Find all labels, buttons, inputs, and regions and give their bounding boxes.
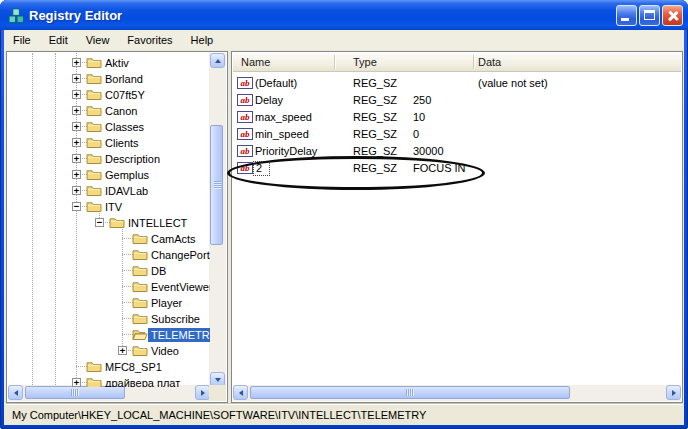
tree-item-subscribe[interactable]: Subscribe xyxy=(8,311,210,327)
value-name-focused[interactable]: 2 xyxy=(253,161,270,176)
tree-item-label[interactable]: DB xyxy=(148,264,169,278)
tree-item-label[interactable]: Canon xyxy=(102,104,140,118)
vertical-scroll-thumb[interactable] xyxy=(210,125,223,245)
value-row-2-circled[interactable]: ab 2 REG_SZ FOCUS IN xyxy=(233,160,681,177)
collapse-minus-icon[interactable]: − xyxy=(95,218,104,227)
tree-item-label[interactable]: EventViewer xyxy=(148,280,210,294)
tree-item-label[interactable]: C07ft5Y xyxy=(102,88,148,102)
registry-editor-app-icon xyxy=(8,7,25,24)
tree-item-clients[interactable]: + Clients xyxy=(8,135,210,151)
tree-item-c07ft5y[interactable]: + C07ft5Y xyxy=(8,87,210,103)
scroll-up-button[interactable] xyxy=(210,53,225,68)
value-row-prioritydelay[interactable]: ab PriorityDelay REG_SZ 30000 xyxy=(233,143,681,160)
tree-item-camacts[interactable]: CamActs xyxy=(8,231,210,247)
tree-item-label[interactable]: ITV xyxy=(102,200,125,214)
tree-item-player[interactable]: Player xyxy=(8,295,210,311)
tree-item-label[interactable]: MFC8_SP1 xyxy=(102,360,165,374)
scroll-left-button[interactable] xyxy=(8,385,23,400)
scroll-right-button[interactable] xyxy=(195,385,210,400)
tree-item-label[interactable]: IDAVLab xyxy=(102,184,151,198)
tree-item-label[interactable]: Player xyxy=(148,296,185,310)
tree-item-label[interactable]: Clients xyxy=(102,136,142,150)
title-bar[interactable]: Registry Editor xyxy=(0,0,688,30)
folder-icon xyxy=(132,312,148,325)
expand-plus-icon[interactable]: + xyxy=(72,186,81,195)
tree-item-label[interactable]: Borland xyxy=(102,72,146,86)
expand-plus-icon[interactable]: + xyxy=(72,74,81,83)
value-row-delay[interactable]: ab Delay REG_SZ 250 xyxy=(233,92,681,109)
tree-item-label[interactable]: Description xyxy=(102,152,163,166)
scroll-left-button[interactable] xyxy=(233,385,248,400)
tree-item-label-selected[interactable]: TELEMETRY xyxy=(148,328,210,342)
column-header-name[interactable]: Name xyxy=(241,56,270,68)
tree-item-canon[interactable]: + Canon xyxy=(8,103,210,119)
folder-icon xyxy=(86,360,102,373)
maximize-button[interactable] xyxy=(639,5,660,26)
tree-item-mfc8-sp1[interactable]: MFC8_SP1 xyxy=(8,359,210,375)
value-data: 0 xyxy=(413,128,419,140)
horizontal-scroll-thumb[interactable] xyxy=(250,386,570,399)
tree-item-changeport[interactable]: ChangePort xyxy=(8,247,210,263)
tree-item-label[interactable]: Aktiv xyxy=(102,56,132,70)
column-header-type[interactable]: Type xyxy=(353,56,377,68)
expand-plus-icon[interactable]: + xyxy=(72,58,81,67)
tree-item-idavlab[interactable]: + IDAVLab xyxy=(8,183,210,199)
expand-plus-icon[interactable]: + xyxy=(72,106,81,115)
expand-plus-icon[interactable]: + xyxy=(72,138,81,147)
tree-item-db[interactable]: DB xyxy=(8,263,210,279)
value-data: (value not set) xyxy=(478,77,548,89)
collapse-minus-icon[interactable]: − xyxy=(72,202,81,211)
expand-plus-icon[interactable]: + xyxy=(72,154,81,163)
tree-horizontal-scrollbar[interactable] xyxy=(8,385,210,401)
tree-item-aktiv[interactable]: + Aktiv xyxy=(8,55,210,71)
tree-item-description[interactable]: + Description xyxy=(8,151,210,167)
tree-item-intellect[interactable]: − INTELLECT xyxy=(8,215,210,231)
tree-vertical-scrollbar[interactable] xyxy=(209,53,226,387)
expand-plus-icon[interactable]: + xyxy=(118,346,127,355)
menu-view[interactable]: View xyxy=(77,31,119,49)
tree-item-gemplus[interactable]: + Gemplus xyxy=(8,167,210,183)
value-type: REG_SZ xyxy=(353,145,397,157)
list-horizontal-scrollbar[interactable] xyxy=(233,385,681,401)
horizontal-scroll-thumb[interactable] xyxy=(25,386,125,399)
tree-item-label[interactable]: INTELLECT xyxy=(125,216,190,230)
tree-item-label[interactable]: драйвера плат xyxy=(102,376,183,387)
scroll-right-button[interactable] xyxy=(666,385,681,400)
tree-item-video[interactable]: + Video xyxy=(8,343,210,359)
expand-plus-icon[interactable]: + xyxy=(72,122,81,131)
value-name[interactable]: max_speed xyxy=(255,111,312,123)
value-row-default[interactable]: ab (Default) REG_SZ (value not set) xyxy=(233,75,681,92)
menu-edit[interactable]: Edit xyxy=(40,31,77,49)
tree-item-borland[interactable]: + Borland xyxy=(8,71,210,87)
menu-file[interactable]: File xyxy=(4,31,40,49)
menu-help[interactable]: Help xyxy=(182,31,223,49)
tree-item-label[interactable]: ChangePort xyxy=(148,248,210,262)
value-name[interactable]: PriorityDelay xyxy=(255,145,317,157)
minimize-button[interactable] xyxy=(616,5,637,26)
value-row-min-speed[interactable]: ab min_speed REG_SZ 0 xyxy=(233,126,681,143)
tree-item-telemetry-selected[interactable]: TELEMETRY xyxy=(8,327,210,343)
expand-plus-icon[interactable]: + xyxy=(72,170,81,179)
tree-item-label[interactable]: Subscribe xyxy=(148,312,203,326)
close-button[interactable] xyxy=(662,5,683,26)
value-name[interactable]: Delay xyxy=(255,94,283,106)
expand-plus-icon[interactable]: + xyxy=(72,90,81,99)
column-divider[interactable] xyxy=(473,55,474,69)
tree-item-label[interactable]: CamActs xyxy=(148,232,199,246)
tree-item-label[interactable]: Video xyxy=(148,344,182,358)
value-name[interactable]: min_speed xyxy=(255,128,309,140)
tree-item-classes[interactable]: + Classes xyxy=(8,119,210,135)
value-row-max-speed[interactable]: ab max_speed REG_SZ 10 xyxy=(233,109,681,126)
tree-item-label[interactable]: Gemplus xyxy=(102,168,152,182)
expand-plus-icon[interactable]: + xyxy=(72,378,81,387)
tree-item-label[interactable]: Classes xyxy=(102,120,147,134)
menu-favorites[interactable]: Favorites xyxy=(118,31,181,49)
tree-item-itv[interactable]: − ITV xyxy=(8,199,210,215)
folder-icon xyxy=(86,152,102,165)
tree-item-eventviewer[interactable]: EventViewer xyxy=(8,279,210,295)
column-divider[interactable] xyxy=(334,55,335,69)
value-name[interactable]: (Default) xyxy=(255,77,297,89)
column-header-data[interactable]: Data xyxy=(478,56,501,68)
reg-sz-string-icon: ab xyxy=(237,145,253,157)
registry-editor-window: Registry Editor File Edit View Favorites… xyxy=(0,0,688,429)
